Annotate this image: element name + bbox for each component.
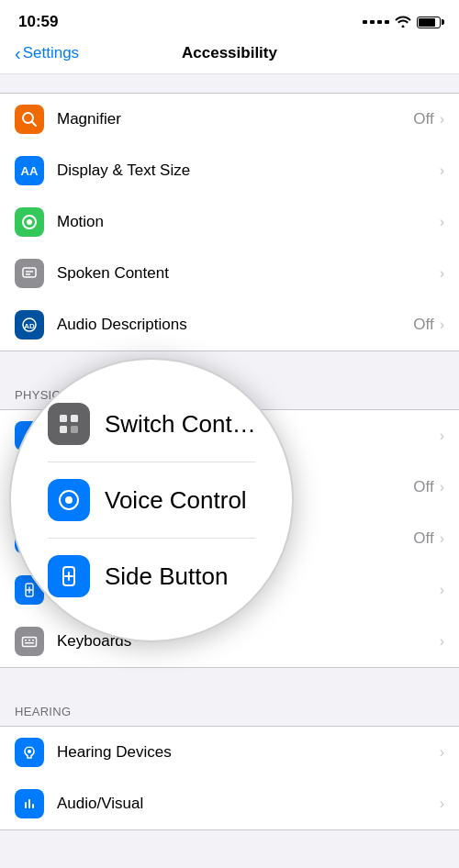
display-text-size-chevron: › [440, 162, 444, 179]
gap-top [0, 74, 459, 93]
motion-icon [15, 207, 44, 237]
side-button-right: › [440, 582, 444, 598]
touch-chevron: › [440, 428, 444, 444]
spoken-content-icon [15, 259, 44, 288]
hearing-devices-label: Hearing Devices [57, 743, 172, 761]
svg-point-27 [65, 496, 73, 504]
motion-item[interactable]: Motion › [0, 196, 459, 248]
audio-visual-label: Audio/Visual [57, 795, 143, 812]
gap-bottom [0, 830, 459, 849]
audio-descriptions-content: Audio Descriptions [57, 316, 413, 334]
hearing-devices-content: Hearing Devices [57, 743, 440, 762]
keyboards-chevron: › [440, 633, 444, 650]
svg-rect-20 [25, 642, 34, 644]
gap-physical [0, 351, 459, 370]
switch-control-right: Off › [413, 478, 444, 496]
nav-bar: ‹ Settings Accessibility [0, 37, 459, 74]
magnifier-right: Off › [413, 110, 444, 128]
spoken-content-label: Spoken Content [57, 264, 169, 282]
display-text-size-right: › [440, 162, 444, 179]
svg-line-1 [32, 122, 37, 127]
vision-list: Magnifier Off › AA Display & Text Size › [0, 93, 459, 351]
spoken-content-chevron: › [440, 265, 444, 282]
hearing-devices-chevron: › [440, 744, 444, 761]
hearing-devices-icon [15, 738, 44, 767]
audio-descriptions-icon: AD [15, 310, 44, 339]
svg-rect-23 [71, 415, 78, 422]
magnifier-item[interactable]: Magnifier Off › [0, 94, 459, 145]
svg-rect-25 [71, 426, 78, 433]
hearing-devices-right: › [440, 744, 444, 761]
display-text-size-label: Display & Text Size [57, 161, 190, 179]
motion-chevron: › [440, 214, 444, 230]
back-label: Settings [23, 44, 79, 62]
display-text-size-item[interactable]: AA Display & Text Size › [0, 145, 459, 196]
audio-descriptions-right: Off › [413, 316, 444, 334]
touch-right: › [440, 428, 444, 444]
magnifier-label: Magnifier [57, 110, 121, 128]
magnifier-content: Magnifier [57, 110, 413, 128]
motion-right: › [440, 214, 444, 230]
wifi-icon [395, 15, 411, 30]
svg-point-3 [27, 219, 32, 225]
audio-descriptions-chevron: › [440, 317, 444, 333]
audio-visual-right: › [440, 796, 444, 812]
page-title: Accessibility [182, 44, 277, 62]
keyboards-right: › [440, 633, 444, 650]
signal-icon [363, 20, 389, 24]
motion-content: Motion [57, 213, 440, 231]
gap-hearing [0, 668, 459, 686]
back-button[interactable]: ‹ Settings [15, 44, 79, 62]
svg-rect-16 [23, 638, 37, 647]
mag-side-button-label: Side Button [105, 562, 228, 591]
audio-visual-content: Audio/Visual [57, 795, 440, 813]
status-time: 10:59 [18, 13, 58, 31]
spoken-content-item[interactable]: Spoken Content › [0, 248, 459, 299]
hearing-list: Hearing Devices › Audio/Visual › [0, 726, 459, 830]
spoken-content-content: Spoken Content [57, 264, 440, 283]
side-button-chevron: › [440, 582, 444, 598]
svg-rect-19 [32, 640, 34, 641]
svg-point-21 [28, 750, 31, 753]
spoken-content-right: › [440, 265, 444, 282]
voice-control-chevron: › [440, 530, 444, 547]
back-chevron-icon: ‹ [15, 44, 21, 62]
audio-descriptions-label: Audio Descriptions [57, 316, 187, 333]
voice-control-value: Off [413, 529, 433, 548]
mag-switch-control-item: Switch Cont… [48, 386, 255, 462]
keyboards-icon [15, 627, 44, 656]
audio-visual-icon [15, 789, 44, 818]
mag-switch-control-label: Switch Cont… [105, 410, 256, 439]
mag-switch-control-icon [48, 403, 90, 445]
svg-rect-18 [28, 640, 30, 641]
hearing-devices-item[interactable]: Hearing Devices › [0, 727, 459, 778]
magnifier-overlay: Switch Cont… Voice Control Side Button [9, 358, 294, 642]
mag-voice-control-icon [48, 479, 90, 521]
mag-voice-control-item: Voice Control [48, 462, 255, 539]
svg-rect-22 [60, 415, 67, 422]
mag-side-button-icon [48, 555, 90, 597]
hearing-header: HEARING [0, 686, 459, 726]
magnifier-icon [15, 105, 44, 134]
battery-icon [417, 17, 441, 28]
mag-voice-control-label: Voice Control [105, 486, 247, 515]
magnifier-value: Off [413, 110, 433, 128]
audio-descriptions-value: Off [413, 316, 433, 334]
audio-visual-chevron: › [440, 796, 444, 812]
status-icons [363, 15, 441, 30]
status-bar: 10:59 [0, 0, 459, 37]
audio-visual-item[interactable]: Audio/Visual › [0, 778, 459, 829]
svg-rect-17 [25, 640, 27, 641]
switch-control-value: Off [413, 478, 433, 496]
display-text-size-content: Display & Text Size [57, 161, 440, 180]
switch-control-chevron: › [440, 479, 444, 495]
motion-label: Motion [57, 213, 104, 230]
audio-descriptions-item[interactable]: AD Audio Descriptions Off › [0, 299, 459, 351]
voice-control-right: Off › [413, 529, 444, 548]
magnifier-chevron: › [440, 111, 444, 128]
svg-rect-4 [23, 268, 36, 277]
keyboards-item[interactable]: Keyboards › [0, 616, 459, 667]
display-text-size-icon: AA [15, 156, 44, 185]
svg-rect-24 [60, 426, 67, 433]
svg-text:AD: AD [24, 322, 35, 330]
